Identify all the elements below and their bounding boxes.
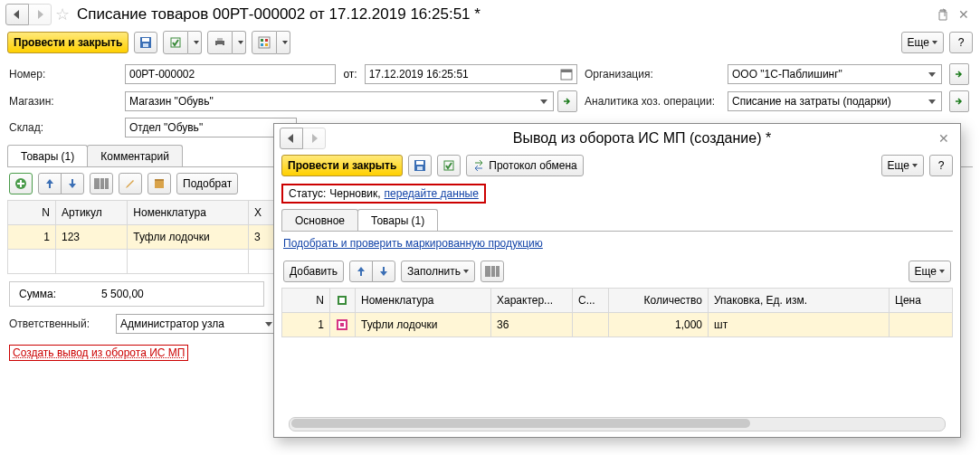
nav-back-forward[interactable] — [280, 128, 326, 149]
org-field[interactable]: ООО "1С-Паблишинг" — [728, 64, 942, 84]
arrow-up-icon — [357, 266, 366, 277]
svg-rect-13 — [561, 70, 572, 72]
post-icon — [169, 36, 182, 49]
exchange-protocol-button[interactable]: Протокол обмена — [466, 155, 583, 176]
col-price[interactable]: Цена — [890, 289, 953, 313]
move-down-button[interactable] — [372, 261, 395, 282]
barcode-button[interactable] — [90, 173, 113, 194]
table-row[interactable] — [8, 250, 279, 274]
nav-forward-button[interactable] — [302, 128, 326, 149]
status-value: Черновик, — [329, 187, 380, 200]
col-char[interactable]: Характер... — [491, 289, 573, 313]
nav-back-button[interactable] — [280, 128, 303, 149]
sum-label: Сумма: — [19, 288, 56, 300]
date-from-label: от: — [341, 68, 358, 81]
responsible-label: Ответственный: — [9, 318, 110, 330]
close-button[interactable]: ✕ — [953, 7, 975, 22]
add-row-button[interactable] — [9, 173, 33, 194]
tab-goods[interactable]: Товары (1) — [7, 145, 88, 166]
col-qty[interactable]: Количество — [609, 289, 709, 313]
date-field[interactable]: 17.12.2019 16:25:51 — [365, 64, 577, 84]
print-button[interactable] — [207, 31, 246, 54]
post-button[interactable] — [163, 31, 202, 54]
create-withdrawal-link[interactable]: Создать вывод из оборота ИС МП — [9, 345, 188, 361]
svg-rect-2 — [143, 43, 148, 47]
open-ref-icon — [954, 69, 965, 80]
post-and-close-button[interactable]: Провести и закрыть — [7, 32, 128, 53]
load-file-button[interactable] — [147, 173, 171, 194]
more-button[interactable]: Еще — [909, 261, 951, 282]
dialog-title: Вывод из оборота ИС МП (создание) * — [355, 130, 929, 147]
pencil-icon — [124, 177, 137, 190]
store-field[interactable]: Магазин "Обувь" — [125, 91, 554, 111]
arrow-left-icon — [286, 134, 297, 143]
col-pack[interactable]: Упаковка, Ед. изм. — [709, 289, 890, 313]
calendar-icon[interactable] — [560, 68, 573, 81]
svg-rect-15 — [155, 181, 164, 188]
svg-rect-10 — [261, 43, 263, 46]
barcode-button[interactable] — [480, 261, 504, 282]
col-nomen[interactable]: Номенклатура — [128, 201, 249, 225]
goods-table[interactable]: N Артикул Номенклатура Х 1 123 Туфли лод… — [7, 200, 279, 274]
tab-comment[interactable]: Комментарий — [87, 145, 183, 166]
more-button[interactable]: Еще — [881, 155, 924, 176]
plus-icon — [14, 177, 27, 190]
nav-forward-button[interactable] — [28, 4, 52, 25]
save-button[interactable] — [134, 32, 157, 53]
open-ref-icon — [562, 96, 573, 107]
post-button[interactable] — [437, 155, 461, 176]
edit-row-button[interactable] — [119, 173, 142, 194]
post-and-close-button[interactable]: Провести и закрыть — [281, 155, 403, 176]
save-button[interactable] — [408, 155, 432, 176]
floppy-icon — [414, 159, 426, 172]
col-nomen[interactable]: Номенклатура — [356, 289, 491, 313]
col-n[interactable]: N — [8, 201, 56, 225]
svg-rect-19 — [417, 166, 423, 170]
pick-button[interactable]: Подобрат — [176, 173, 238, 194]
arrow-left-icon — [12, 10, 23, 19]
responsible-field[interactable]: Администратор узла — [116, 314, 279, 334]
org-label: Организация: — [585, 68, 720, 81]
warehouse-field[interactable]: Отдел "Обувь" — [125, 118, 297, 137]
org-open-button[interactable] — [949, 63, 969, 85]
help-button[interactable]: ? — [929, 155, 953, 176]
mark-icon — [336, 318, 348, 331]
move-down-button[interactable] — [61, 173, 84, 194]
col-s[interactable]: С... — [573, 289, 609, 313]
fill-button[interactable]: Заполнить — [401, 261, 475, 282]
more-button[interactable]: Еще — [901, 32, 944, 53]
nav-back-button[interactable] — [5, 4, 29, 25]
svg-rect-22 — [339, 298, 345, 303]
help-button[interactable]: ? — [949, 32, 973, 53]
arrow-right-icon — [309, 134, 319, 143]
pick-marked-link[interactable]: Подобрать и проверить маркированную прод… — [283, 237, 543, 250]
number-field[interactable]: 00РТ-000002 — [125, 64, 336, 84]
svg-rect-9 — [265, 39, 268, 42]
svg-rect-18 — [416, 161, 423, 165]
analytics-field[interactable]: Списание на затраты (подарки) — [728, 91, 942, 111]
col-sku[interactable]: Артикул — [56, 201, 128, 225]
col-mark[interactable] — [330, 289, 356, 313]
horizontal-scrollbar[interactable] — [289, 417, 946, 431]
arrow-down-icon — [68, 178, 77, 189]
attach-icon[interactable] — [937, 8, 949, 21]
favorite-star-icon[interactable]: ☆ — [55, 5, 70, 24]
status-action-link[interactable]: передайте данные — [385, 187, 479, 200]
move-up-button[interactable] — [349, 261, 373, 282]
dialog-close-button[interactable]: ✕ — [933, 131, 955, 146]
move-row-group — [38, 173, 84, 194]
sum-value: 5 500,00 — [101, 288, 144, 300]
analytics-open-button[interactable] — [949, 90, 969, 112]
reports-button[interactable] — [252, 31, 290, 54]
table-row[interactable]: 1 123 Туфли лодочки 3 — [8, 225, 279, 250]
nav-back-forward[interactable] — [5, 4, 52, 25]
table-row[interactable]: 1 Туфли лодочки 36 1,000 шт — [282, 313, 953, 337]
col-n[interactable]: N — [282, 289, 330, 313]
tab-main[interactable]: Основное — [281, 209, 358, 231]
overlay-goods-table[interactable]: N Номенклатура Характер... С... Количест… — [281, 288, 953, 337]
store-open-button[interactable] — [557, 90, 577, 112]
tab-goods[interactable]: Товары (1) — [357, 209, 438, 231]
move-up-button[interactable] — [38, 173, 62, 194]
floppy-icon — [139, 36, 152, 49]
add-button[interactable]: Добавить — [283, 261, 344, 282]
